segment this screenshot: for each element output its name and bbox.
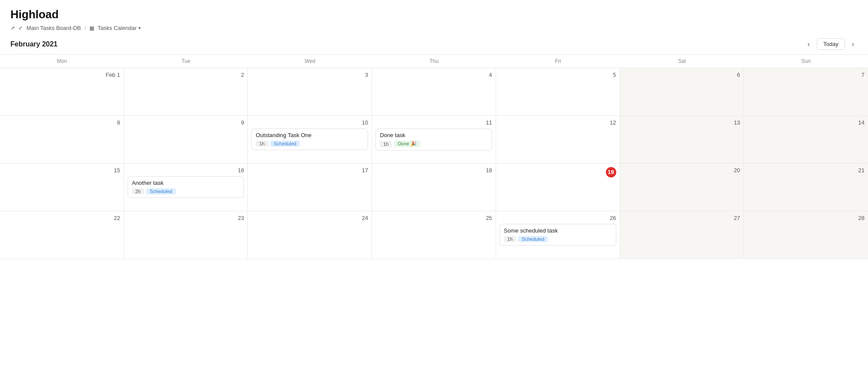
calendar-cell-15: 15 — [0, 164, 124, 211]
calendar-cell-17: 17 — [248, 164, 372, 211]
breadcrumb-board-link[interactable]: Main Tasks Board-DB — [26, 25, 81, 31]
day-number-17: 17 — [251, 167, 368, 174]
task-badges: 2hScheduled — [132, 188, 240, 194]
breadcrumb-separator: / — [84, 25, 86, 31]
day-number-9: 9 — [128, 119, 244, 126]
task-card[interactable]: Another task2hScheduled — [128, 176, 244, 198]
calendar-icon: ▦ — [89, 25, 94, 31]
calendar-cell-24: 24 — [248, 211, 372, 259]
calendar-cell-7: 7 — [744, 68, 868, 116]
task-name: Some scheduled task — [504, 227, 612, 234]
today-button[interactable]: Today — [817, 38, 845, 50]
task-status-badge: Scheduled — [518, 236, 548, 242]
breadcrumb-checkmark-icon: ✓ — [18, 25, 23, 31]
task-time-badge: 1h — [504, 236, 516, 242]
calendar-cell-13: 13 — [620, 116, 744, 164]
task-card[interactable]: Outstanding Task One1hScheduled — [251, 128, 368, 150]
day-number-6: 6 — [624, 72, 740, 78]
task-time-badge: 2h — [132, 188, 144, 194]
calendar-cell-12: 12 — [496, 116, 620, 164]
task-name: Outstanding Task One — [256, 132, 364, 138]
day-number-10: 10 — [251, 119, 368, 126]
task-card[interactable]: Some scheduled task1hScheduled — [500, 224, 616, 246]
day-number-16: 16 — [128, 167, 244, 174]
day-number-26: 26 — [500, 215, 616, 221]
task-time-badge: 1h — [380, 141, 392, 147]
day-header-thu: Thu — [372, 55, 496, 68]
calendar-cell-3: 3 — [248, 68, 372, 116]
calendar-month-label: February 2021 — [10, 40, 58, 48]
day-number-4: 4 — [375, 72, 492, 78]
breadcrumb-view-label: Tasks Calendar — [98, 25, 137, 31]
calendar-cell-18: 18 — [372, 164, 496, 211]
day-number-18: 18 — [375, 167, 492, 174]
calendar-body: Feb 12345678910Outstanding Task One1hSch… — [0, 68, 868, 259]
day-number-28: 28 — [747, 215, 865, 221]
day-number-24: 24 — [251, 215, 368, 221]
day-number-22: 22 — [3, 215, 120, 221]
dropdown-arrow-icon: ▾ — [138, 26, 141, 30]
calendar-cell-19: 19 — [496, 164, 620, 211]
calendar-cell-22: 22 — [0, 211, 124, 259]
day-number-11: 11 — [375, 119, 492, 126]
calendar-cell-27: 27 — [620, 211, 744, 259]
calendar-cell-25: 25 — [372, 211, 496, 259]
nav-buttons: ‹ Today › — [804, 38, 858, 50]
calendar-cell-20: 20 — [620, 164, 744, 211]
day-number-23: 23 — [128, 215, 244, 221]
task-status-badge: Scheduled — [146, 188, 176, 194]
day-number-21: 21 — [747, 167, 865, 174]
task-card[interactable]: Done task1hDone 🎉 — [375, 128, 492, 151]
day-number-7: 7 — [747, 72, 865, 78]
day-number-12: 12 — [500, 119, 616, 126]
day-number-3: 3 — [251, 72, 368, 78]
prev-nav-button[interactable]: ‹ — [804, 39, 813, 50]
day-number-15: 15 — [3, 167, 120, 174]
day-number-25: 25 — [375, 215, 492, 221]
app-header: Highload ↗ ✓ Main Tasks Board-DB / ▦ Tas… — [0, 0, 868, 34]
task-time-badge: 1h — [256, 141, 268, 147]
day-header-tue: Tue — [124, 55, 248, 68]
task-name: Done task — [380, 132, 488, 138]
day-header-sat: Sat — [620, 55, 744, 68]
calendar-cell-14: 14 — [744, 116, 868, 164]
task-badges: 1hDone 🎉 — [380, 141, 488, 147]
day-header-fri: Fri — [496, 55, 620, 68]
calendar-cell-8: 8 — [0, 116, 124, 164]
calendar-cell-2: 2 — [124, 68, 248, 116]
day-number-27: 27 — [624, 215, 740, 221]
calendar-cell-9: 9 — [124, 116, 248, 164]
day-number-8: 8 — [3, 119, 120, 126]
day-number-20: 20 — [624, 167, 740, 174]
task-name: Another task — [132, 180, 240, 186]
day-header-sun: Sun — [744, 55, 868, 68]
calendar-cell-5: 5 — [496, 68, 620, 116]
task-badges: 1hScheduled — [504, 236, 612, 242]
task-status-badge: Done 🎉 — [394, 141, 420, 147]
calendar-cell-1: Feb 1 — [0, 68, 124, 116]
calendar-cell-6: 6 — [620, 68, 744, 116]
calendar-toolbar: February 2021 ‹ Today › — [0, 34, 868, 55]
day-number-1: Feb 1 — [3, 72, 120, 78]
day-number-14: 14 — [747, 119, 865, 126]
day-number-13: 13 — [624, 119, 740, 126]
calendar-cell-4: 4 — [372, 68, 496, 116]
calendar-cell-11: 11Done task1hDone 🎉 — [372, 116, 496, 164]
calendar-cell-10: 10Outstanding Task One1hScheduled — [248, 116, 372, 164]
task-badges: 1hScheduled — [256, 141, 364, 147]
breadcrumb: ↗ ✓ Main Tasks Board-DB / ▦ Tasks Calend… — [10, 25, 858, 31]
breadcrumb-arrow-icon: ↗ — [10, 25, 15, 31]
calendar-cell-21: 21 — [744, 164, 868, 211]
today-indicator: 19 — [606, 167, 616, 177]
task-status-badge: Scheduled — [270, 141, 300, 147]
calendar-cell-16: 16Another task2hScheduled — [124, 164, 248, 211]
day-number-5: 5 — [500, 72, 616, 78]
next-nav-button[interactable]: › — [848, 39, 858, 50]
day-header-wed: Wed — [248, 55, 372, 68]
calendar-header: MonTueWedThuFriSatSun — [0, 55, 868, 68]
breadcrumb-view-link[interactable]: Tasks Calendar ▾ — [98, 25, 141, 31]
calendar-cell-26: 26Some scheduled task1hScheduled — [496, 211, 620, 259]
day-number-2: 2 — [128, 72, 244, 78]
calendar-cell-23: 23 — [124, 211, 248, 259]
calendar-grid: MonTueWedThuFriSatSun Feb 12345678910Out… — [0, 55, 868, 259]
